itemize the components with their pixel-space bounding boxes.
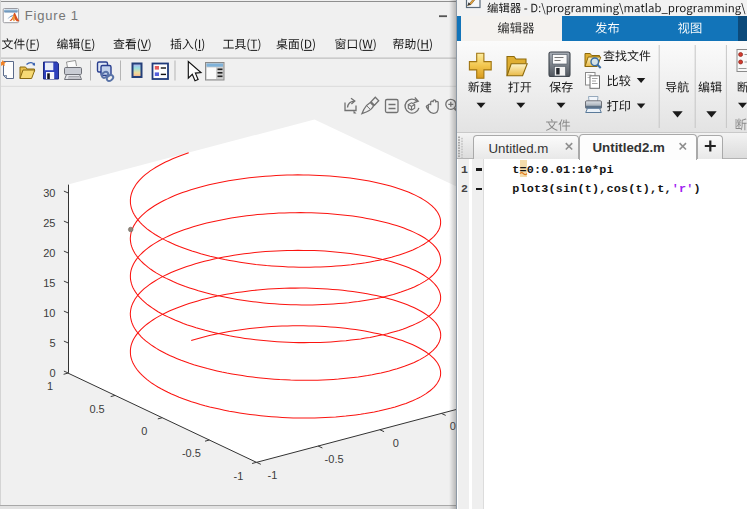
svg-text:20: 20 bbox=[43, 247, 55, 259]
svg-text:-1: -1 bbox=[268, 469, 278, 481]
svg-text:0.5: 0.5 bbox=[89, 403, 104, 415]
svg-text:-1: -1 bbox=[234, 470, 244, 482]
svg-text:1: 1 bbox=[47, 380, 53, 392]
svg-text:25: 25 bbox=[43, 217, 55, 229]
svg-text:10: 10 bbox=[43, 307, 55, 319]
svg-text:15: 15 bbox=[43, 277, 55, 289]
svg-text:5: 5 bbox=[49, 337, 55, 349]
svg-text:0: 0 bbox=[141, 425, 147, 437]
svg-text:-0.5: -0.5 bbox=[182, 447, 201, 459]
svg-text:0: 0 bbox=[49, 367, 55, 379]
svg-text:30: 30 bbox=[43, 187, 55, 199]
svg-text:0: 0 bbox=[393, 437, 399, 449]
svg-text:-0.5: -0.5 bbox=[325, 453, 344, 465]
